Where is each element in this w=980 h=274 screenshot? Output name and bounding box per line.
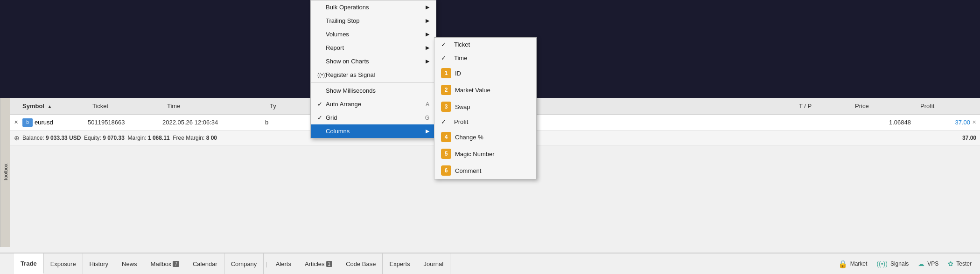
- tab-experts[interactable]: Experts: [383, 253, 417, 274]
- col-header-type[interactable]: Ty: [270, 103, 307, 110]
- submenu-magic-number[interactable]: 5 Magic Number: [434, 145, 536, 162]
- market-icon: 🔒: [838, 260, 847, 268]
- col-header-time[interactable]: Time: [167, 103, 270, 110]
- submenu-comment[interactable]: 6 Comment: [434, 162, 536, 179]
- menu-auto-arrange[interactable]: ✓ Auto Arrange A: [311, 97, 436, 111]
- submenu-ticket[interactable]: ✓ Ticket: [434, 38, 536, 51]
- sort-arrow-icon: ▲: [48, 104, 52, 109]
- numbered-badge-2: 2: [441, 85, 451, 95]
- numbered-badge-4: 4: [441, 132, 451, 142]
- arrow-right-icon: ▶: [426, 58, 429, 64]
- tester-icon: ✿: [948, 260, 953, 267]
- numbered-badge-3: 3: [441, 102, 451, 112]
- tab-journal[interactable]: Journal: [417, 253, 451, 274]
- check-icon: ✓: [317, 101, 326, 108]
- profit-close-icon[interactable]: ✕: [972, 119, 976, 125]
- tab-articles[interactable]: Articles1: [298, 253, 339, 274]
- mailbox-badge: 7: [173, 261, 179, 267]
- cell-time: 2022.05.26 12:06:34: [162, 119, 265, 126]
- symbol-name: eurusd: [35, 119, 53, 126]
- numbered-badge-1: 1: [441, 68, 451, 78]
- arrow-right-icon: ▶: [426, 4, 429, 10]
- equity-value: 9 070.33: [103, 135, 125, 141]
- shortcut-g: G: [425, 115, 429, 121]
- articles-badge: 1: [326, 261, 333, 267]
- tab-news[interactable]: News: [115, 253, 144, 274]
- tab-history[interactable]: History: [83, 253, 115, 274]
- tab-company[interactable]: Company: [224, 253, 264, 274]
- arrow-right-icon: ▶: [426, 18, 429, 24]
- tab-codebase[interactable]: Code Base: [339, 253, 383, 274]
- col-header-profit[interactable]: Profit: [920, 103, 976, 110]
- balance-value: 9 033.33 USD: [46, 135, 81, 141]
- margin-label: Margin:: [128, 135, 147, 141]
- balance-label: Balance:: [22, 135, 44, 141]
- col-header-price[interactable]: Price: [855, 103, 920, 110]
- signals-icon: ((•)): [876, 260, 888, 267]
- submenu-profit[interactable]: ✓ Profit: [434, 115, 536, 129]
- menu-report[interactable]: Report ▶: [311, 41, 436, 55]
- arrow-right-icon: ▶: [426, 128, 429, 134]
- submenu-swap[interactable]: 3 Swap: [434, 98, 536, 115]
- menu-trailing-stop[interactable]: Trailing Stop ▶: [311, 14, 436, 27]
- menu-bulk-operations[interactable]: Bulk Operations ▶: [311, 0, 436, 14]
- col-header-symbol: Symbol ▲: [22, 103, 92, 110]
- arrow-right-icon: ▶: [426, 45, 429, 51]
- shortcut-a: A: [426, 101, 429, 108]
- submenu-time[interactable]: ✓ Time: [434, 51, 536, 65]
- vps-icon: ☁: [918, 260, 924, 267]
- tab-bar: Trade Exposure History News Mailbox7 Cal…: [0, 253, 980, 274]
- cell-profit: 37.00 ✕: [920, 119, 976, 126]
- numbered-badge-5: 5: [441, 149, 451, 159]
- menu-show-milliseconds[interactable]: Show Milliseconds: [311, 84, 436, 97]
- row-type-icon: b: [22, 118, 33, 127]
- toolbox-label: Toolbox: [0, 98, 10, 247]
- vps-button[interactable]: ☁ VPS: [913, 258, 943, 269]
- expand-icon[interactable]: ⊕: [14, 134, 22, 142]
- cell-type: b: [265, 119, 302, 126]
- submenu-id[interactable]: 1 ID: [434, 65, 536, 82]
- check-icon: ✓: [317, 114, 326, 121]
- menu-register-signal[interactable]: ((•)) Register as Signal: [311, 68, 436, 82]
- cell-symbol: b eurusd: [22, 118, 88, 127]
- arrow-right-icon: ▶: [426, 31, 429, 37]
- tab-exposure[interactable]: Exposure: [44, 253, 83, 274]
- free-margin-label: Free Margin:: [173, 135, 204, 141]
- submenu-change-pct[interactable]: 4 Change %: [434, 129, 536, 145]
- col-header-tp[interactable]: T / P: [799, 103, 855, 110]
- equity-label: Equity:: [84, 135, 101, 141]
- tab-calendar[interactable]: Calendar: [186, 253, 224, 274]
- columns-submenu: ✓ Ticket ✓ Time 1 ID 2 Market Value 3 Sw…: [434, 37, 537, 179]
- col-header-ticket[interactable]: Ticket: [92, 103, 167, 110]
- menu-volumes[interactable]: Volumes ▶: [311, 27, 436, 41]
- check-icon: ✓: [441, 118, 451, 125]
- tab-trade[interactable]: Trade: [14, 253, 44, 274]
- close-row-icon[interactable]: ✕: [14, 119, 22, 125]
- submenu-market-value[interactable]: 2 Market Value: [434, 82, 536, 98]
- context-menu: Bulk Operations ▶ Trailing Stop ▶ Volume…: [310, 0, 436, 138]
- cell-price: 1.06848: [855, 119, 920, 126]
- menu-show-charts[interactable]: Show on Charts ▶: [311, 55, 436, 68]
- tab-alerts[interactable]: Alerts: [269, 253, 298, 274]
- check-icon: ✓: [441, 41, 451, 48]
- total-profit: 37.00: [920, 135, 976, 141]
- numbered-badge-6: 6: [441, 165, 451, 176]
- tab-mailbox[interactable]: Mailbox7: [144, 253, 186, 274]
- radio-icon: ((•)): [317, 72, 326, 78]
- tester-button[interactable]: ✿ Tester: [943, 258, 976, 269]
- menu-columns[interactable]: Columns ▶: [311, 124, 436, 138]
- cell-ticket: 50119518663: [88, 119, 162, 126]
- margin-value: 1 068.11: [148, 135, 170, 141]
- check-icon: ✓: [441, 55, 451, 62]
- free-margin-value: 8 00: [206, 135, 217, 141]
- market-button[interactable]: 🔒 Market: [833, 258, 872, 270]
- signals-button[interactable]: ((•)) Signals: [872, 258, 913, 269]
- menu-separator: [311, 82, 436, 83]
- menu-grid[interactable]: ✓ Grid G: [311, 111, 436, 124]
